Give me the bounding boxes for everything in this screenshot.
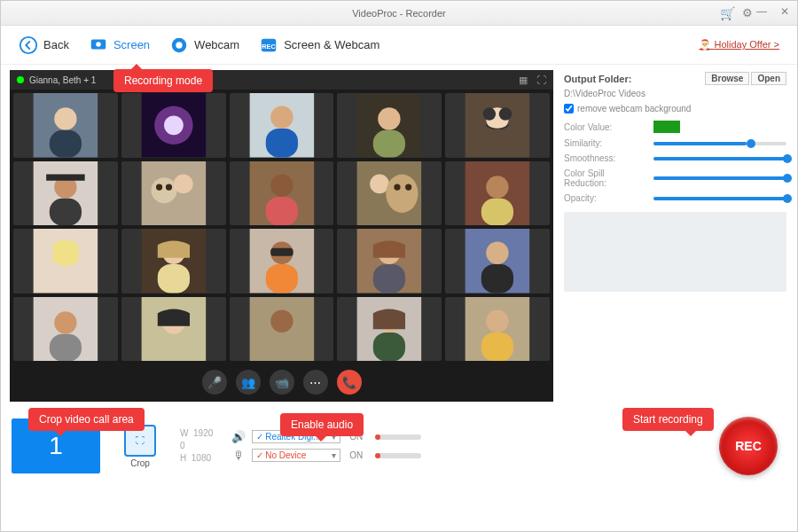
mute-icon[interactable]: 🎤 <box>202 370 227 395</box>
svg-point-37 <box>387 174 419 213</box>
video-tile <box>337 161 442 226</box>
svg-point-31 <box>166 184 172 190</box>
output-path: D:\VideoProc Videos <box>564 89 786 98</box>
opacity-slider[interactable] <box>653 197 786 200</box>
svg-point-59 <box>54 311 76 333</box>
screen-icon <box>89 35 108 55</box>
rec-label: REC <box>735 439 762 453</box>
gap-label: 0 <box>180 441 185 450</box>
svg-point-22 <box>499 107 512 121</box>
svg-point-12 <box>164 115 184 135</box>
video-tile <box>337 229 442 293</box>
spill-slider[interactable] <box>653 176 786 180</box>
svg-point-33 <box>270 174 293 196</box>
svg-point-30 <box>156 184 162 190</box>
remove-bg-checkbox[interactable]: remove webcam background <box>564 104 786 113</box>
video-tile <box>337 297 442 362</box>
video-tile <box>445 297 550 362</box>
webcam-preview <box>564 212 786 292</box>
settings-icon[interactable]: ⚙ <box>742 6 753 20</box>
svg-point-14 <box>270 106 293 129</box>
video-tile <box>13 93 118 158</box>
similarity-slider[interactable] <box>653 142 786 145</box>
grid-view-icon[interactable]: ▦ <box>519 74 528 86</box>
svg-point-41 <box>486 176 508 198</box>
back-icon <box>19 35 38 55</box>
svg-point-28 <box>151 177 176 203</box>
browse-button[interactable]: Browse <box>705 72 749 85</box>
svg-rect-18 <box>373 130 405 158</box>
spill-label: Color Spill Reduction: <box>564 168 648 188</box>
hangup-icon[interactable]: 📞 <box>337 370 362 395</box>
preview-area: Gianna, Beth + 1 ▦ ⛶ <box>10 70 553 402</box>
svg-rect-9 <box>50 130 82 158</box>
svg-rect-51 <box>265 264 297 293</box>
video-tile <box>13 161 118 226</box>
crop-label: Crop <box>130 458 150 468</box>
call-controls: 🎤 👥 📹 ⋯ 📞 <box>10 364 553 400</box>
video-tile <box>230 229 334 293</box>
fullscreen-icon[interactable]: ⛶ <box>536 74 546 86</box>
color-value-label: Color Value: <box>564 122 648 132</box>
opacity-label: Opacity: <box>564 193 648 203</box>
mode-screen[interactable]: Screen <box>89 35 150 55</box>
speaker-icon: 🔊 <box>231 430 246 443</box>
video-tile <box>13 297 118 362</box>
mic-value: No Device <box>265 450 306 460</box>
mode-both-label: Screen & Webcam <box>284 38 379 51</box>
svg-rect-60 <box>50 333 82 361</box>
svg-point-17 <box>379 107 401 129</box>
video-tile <box>445 93 550 158</box>
svg-point-29 <box>174 174 193 193</box>
presence-dot-icon <box>17 76 24 83</box>
video-icon[interactable]: 📹 <box>270 370 294 395</box>
cart-icon[interactable]: 🛒 <box>720 6 735 20</box>
video-tile <box>445 229 550 293</box>
mic-select[interactable]: No Device <box>252 449 340 462</box>
similarity-label: Similarity: <box>564 138 648 148</box>
holiday-offer-link[interactable]: Holiday Offer > <box>699 39 779 51</box>
svg-point-8 <box>54 107 76 129</box>
svg-rect-15 <box>265 129 297 158</box>
video-tile <box>13 229 118 293</box>
remove-bg-input[interactable] <box>564 104 574 113</box>
mic-on: ON <box>349 450 363 460</box>
side-panel: Output Folder: Browse Open D:\VideoProc … <box>553 65 797 402</box>
minimize-icon[interactable]: — <box>755 4 769 19</box>
webcam-icon <box>169 35 189 55</box>
more-icon[interactable]: ⋯ <box>303 370 328 395</box>
svg-point-4 <box>176 42 182 48</box>
annotation-audio: Enable audio <box>280 413 364 436</box>
svg-rect-26 <box>50 198 82 225</box>
both-icon: REC <box>259 35 278 55</box>
back-button[interactable]: Back <box>19 35 69 55</box>
video-tile <box>121 93 226 158</box>
color-swatch[interactable] <box>653 121 680 133</box>
mic-icon: 🎙 <box>231 449 246 462</box>
mode-screen-label: Screen <box>113 38 150 51</box>
close-icon[interactable]: ✕ <box>778 4 792 19</box>
w-label: W <box>180 428 188 438</box>
svg-point-38 <box>395 184 401 190</box>
mode-both[interactable]: REC Screen & Webcam <box>259 35 379 55</box>
participants-icon[interactable]: 👥 <box>236 370 261 395</box>
svg-text:REC: REC <box>262 42 276 50</box>
annotation-mode: Recording mode <box>113 69 213 92</box>
svg-rect-50 <box>270 248 293 256</box>
svg-point-0 <box>20 36 36 52</box>
svg-point-69 <box>486 309 508 332</box>
smoothness-label: Smoothness: <box>564 153 648 163</box>
video-grid <box>10 90 553 364</box>
video-tile <box>230 161 334 226</box>
window-title: VideoProc - Recorder <box>352 8 446 19</box>
dimensions: W 1920 0 H 1080 <box>180 427 213 465</box>
h-value: 1080 <box>192 453 211 463</box>
mode-webcam[interactable]: Webcam <box>169 35 239 55</box>
svg-rect-67 <box>373 332 405 361</box>
svg-point-21 <box>483 107 497 121</box>
open-button[interactable]: Open <box>751 72 786 85</box>
smoothness-slider[interactable] <box>653 157 786 160</box>
mic-level <box>377 453 421 458</box>
svg-point-56 <box>486 242 508 264</box>
record-button[interactable]: REC <box>719 417 778 475</box>
